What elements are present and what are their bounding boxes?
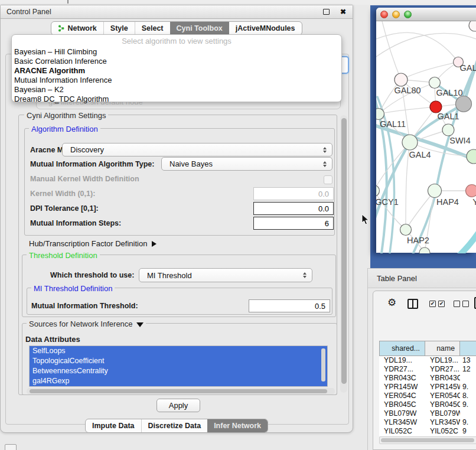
table-cell[interactable]: 12 xyxy=(460,365,476,374)
network-edge[interactable] xyxy=(379,107,436,114)
manual-kernel-width-checkbox[interactable] xyxy=(324,175,332,184)
network-node-pink-right-node[interactable] xyxy=(466,185,476,197)
network-window-titlebar[interactable] xyxy=(376,8,476,21)
tab-select[interactable]: Select xyxy=(135,22,170,35)
kernel-width-field[interactable]: 0.0 xyxy=(253,187,334,200)
network-node-GAL1[interactable] xyxy=(430,101,442,113)
table-cell[interactable]: 9. xyxy=(460,383,476,392)
table-row[interactable]: YBR043CYBR043C xyxy=(379,374,476,383)
algorithm-option[interactable]: Bayesian – K2 xyxy=(12,85,341,94)
table-cell[interactable]: YLR345W xyxy=(425,418,460,427)
close-traffic-icon[interactable] xyxy=(380,11,388,18)
network-node-HAP2[interactable] xyxy=(400,224,412,236)
attribute-list-item[interactable]: gal4RGexp xyxy=(30,376,327,386)
network-node-gray-node[interactable] xyxy=(456,96,472,112)
network-node-GAL10[interactable] xyxy=(429,77,441,89)
table-row[interactable]: YER054CYER054C8. xyxy=(379,392,476,400)
aracne-mode-combo[interactable]: Discovery xyxy=(62,143,332,156)
network-node-SWI4[interactable] xyxy=(442,124,454,136)
settings-vertical-scrollbar[interactable] xyxy=(340,115,347,393)
network-view-window[interactable]: GALGAL80GAL10GAL1GAL11SWI4GAL4GCY1HAP4YH… xyxy=(376,8,476,253)
algorithm-option[interactable]: Dream8 DC_TDC Algorithm xyxy=(12,94,341,104)
table-row[interactable]: YBL079WYBL079W xyxy=(379,409,476,418)
split-columns-icon[interactable] xyxy=(407,299,418,309)
algorithm-option[interactable]: Mutual Information Inference xyxy=(12,76,341,85)
checked-checkbox-icon[interactable]: ✔ xyxy=(429,301,436,307)
table-cell[interactable]: YIL052C xyxy=(379,427,425,436)
table-cell[interactable]: YER054C xyxy=(379,392,425,400)
mi-steps-field[interactable]: 6 xyxy=(253,217,334,230)
network-node-GCY1[interactable] xyxy=(376,185,380,197)
table-cell[interactable]: YDL19... xyxy=(379,356,425,365)
tab-cyni-toolbox[interactable]: Cyni Toolbox xyxy=(170,22,229,35)
table-cell[interactable]: YBL079W xyxy=(379,409,425,418)
network-edge[interactable] xyxy=(452,221,476,253)
tab-network[interactable]: Network xyxy=(51,22,103,35)
sources-scrollbar-thumb[interactable] xyxy=(30,389,327,393)
table-horizontal-scrollbar[interactable] xyxy=(379,436,476,444)
network-node-HAP4[interactable] xyxy=(428,184,442,198)
collapsed-arrow-icon[interactable] xyxy=(152,241,157,247)
minimize-traffic-icon[interactable] xyxy=(392,11,400,18)
network-node-GAL11[interactable] xyxy=(376,109,384,120)
dpi-tolerance-field[interactable]: 0.0 xyxy=(253,202,334,215)
attribute-list-item[interactable]: TopologicalCoefficient xyxy=(30,356,327,366)
settings-scrollbar-thumb[interactable] xyxy=(341,118,347,384)
column-header[interactable]: name xyxy=(425,341,460,356)
table-cell[interactable]: YER054C xyxy=(425,392,460,400)
table-cell[interactable]: YBR043C xyxy=(379,374,425,383)
algorithm-option[interactable]: Basic Correlation Inference xyxy=(12,57,341,66)
table-row[interactable]: YIL052CYIL052C9 xyxy=(379,427,476,436)
node-attribute-table[interactable]: shared...nameAYDL19...YDL19...13YDR27...… xyxy=(379,341,476,436)
table-row[interactable]: YLR345WYLR345W9. xyxy=(379,418,476,427)
hub-definition-toggle[interactable]: Hub/Transcription Factor Definition xyxy=(29,239,157,248)
close-icon[interactable]: ✖ xyxy=(340,8,346,15)
tab-infer-network[interactable]: Infer Network xyxy=(207,419,268,432)
zoom-traffic-icon[interactable] xyxy=(404,11,412,18)
tab-discretize-data[interactable]: Discretize Data xyxy=(141,419,208,432)
attribute-list-item[interactable]: SelfLoops xyxy=(30,346,327,356)
network-edge[interactable] xyxy=(401,62,458,80)
table-cell[interactable]: YBR045C xyxy=(425,400,460,409)
table-cell[interactable]: YDR27... xyxy=(425,365,460,374)
network-node-top-right-node[interactable] xyxy=(469,21,476,31)
algorithm-option[interactable]: Bayesian – Hill Climbing xyxy=(12,47,341,57)
tab-impute-data[interactable]: Impute Data xyxy=(86,419,141,432)
sources-horizontal-scrollbar[interactable] xyxy=(27,388,335,394)
attribute-list-item[interactable]: BetweennessCentrality xyxy=(30,366,327,376)
table-cell[interactable]: YIL052C xyxy=(425,427,460,436)
table-cell[interactable]: 9. xyxy=(460,418,476,427)
sources-group-title[interactable]: Sources for Network Inference xyxy=(27,319,146,328)
which-threshold-combo[interactable]: MI Threshold xyxy=(139,268,312,282)
float-window-icon[interactable] xyxy=(323,9,330,15)
data-attributes-list[interactable]: SelfLoopsTopologicalCoefficientBetweenne… xyxy=(29,345,328,387)
table-cell[interactable]: YPR145W xyxy=(425,383,460,392)
table-cell[interactable]: YBL079W xyxy=(425,409,460,418)
table-cell[interactable]: YDL19... xyxy=(425,356,460,365)
expanded-arrow-icon[interactable] xyxy=(136,322,144,327)
table-panel-titlebar[interactable]: Table Panel xyxy=(368,268,476,288)
network-canvas[interactable]: GALGAL80GAL10GAL1GAL11SWI4GAL4GCY1HAP4YH… xyxy=(376,21,476,253)
table-row[interactable]: YDR27...YDR27...12 xyxy=(379,365,476,374)
network-edge[interactable] xyxy=(376,191,406,230)
table-cell[interactable]: YLR345W xyxy=(379,418,425,427)
table-cell[interactable]: YBR043C xyxy=(425,374,460,383)
table-cell[interactable]: YBR045C xyxy=(379,400,425,409)
network-edge[interactable] xyxy=(464,42,476,104)
network-node-bottom-node[interactable] xyxy=(419,247,430,253)
unchecked-checkbox-icon[interactable] xyxy=(454,301,460,307)
table-row[interactable]: YBR045CYBR045C9. xyxy=(379,400,476,409)
table-cell[interactable] xyxy=(460,374,476,383)
mi-threshold-field[interactable]: 0.5 xyxy=(249,299,330,312)
table-row[interactable]: YPR145WYPR145W9. xyxy=(379,383,476,392)
attr-list-scrollbar-thumb[interactable] xyxy=(321,348,325,381)
column-header[interactable]: A xyxy=(460,341,476,356)
gear-icon[interactable]: ⚙ xyxy=(387,298,396,308)
mi-algorithm-type-combo[interactable]: Naive Bayes xyxy=(161,157,332,171)
table-cell[interactable]: YPR145W xyxy=(379,383,425,392)
table-cell[interactable]: 8. xyxy=(460,392,476,400)
table-cell[interactable]: 13 xyxy=(460,356,476,365)
table-cell[interactable]: 9. xyxy=(460,400,476,409)
network-node-GAL80[interactable] xyxy=(395,73,407,86)
checked-checkbox-icon[interactable]: ✔ xyxy=(438,301,445,307)
